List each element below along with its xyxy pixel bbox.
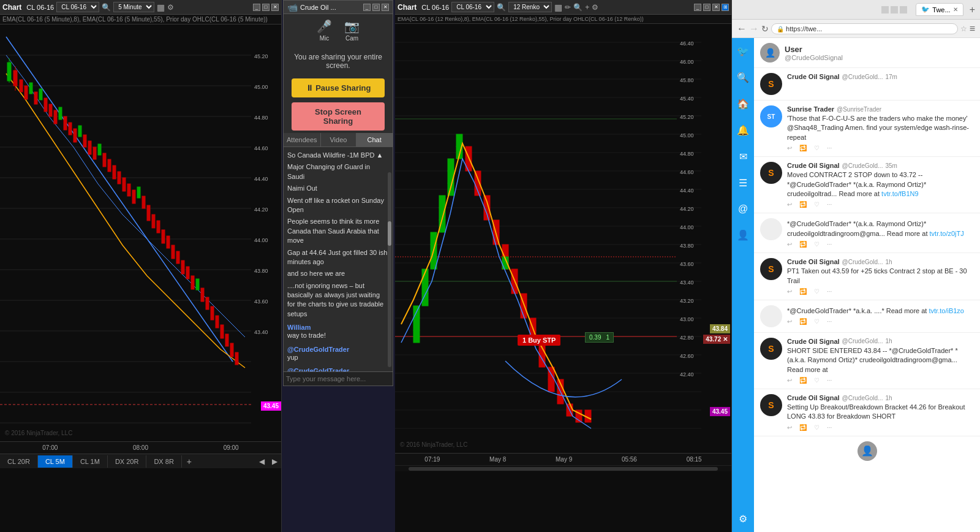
- tweet-6-more[interactable]: ···: [827, 318, 832, 325]
- tab-scroll-right[interactable]: ▶: [268, 455, 281, 468]
- right-chart-close-btn[interactable]: ✕: [712, 4, 720, 11]
- pause-sharing-btn[interactable]: ⏸ Pause Sharing: [292, 78, 384, 97]
- zoom-mic-btn[interactable]: 🎤 Mic: [317, 19, 332, 42]
- right-chart-minimize-btn[interactable]: _: [694, 4, 701, 11]
- left-chart-settings-icon[interactable]: ⚙: [167, 3, 174, 12]
- svg-text:45.80: 45.80: [680, 77, 694, 83]
- left-chart-instrument-dropdown[interactable]: CL 06-16: [56, 2, 99, 12]
- tweet-7-reply[interactable]: ↩: [787, 377, 792, 384]
- tab-cl-5m[interactable]: CL 5M: [38, 455, 73, 468]
- right-chart-plus-icon[interactable]: +: [585, 3, 589, 12]
- tweet-3-like[interactable]: ♡: [814, 201, 820, 208]
- zoom-cam-btn[interactable]: 📷 Cam: [344, 19, 360, 42]
- tweet-3-more[interactable]: ···: [827, 201, 832, 208]
- right-chart-bar-icon[interactable]: ▦: [554, 2, 562, 12]
- tweet-8-like[interactable]: ♡: [814, 424, 820, 431]
- chat-scroll-thumb[interactable]: [388, 221, 391, 246]
- tweet-5-like[interactable]: ♡: [814, 288, 820, 295]
- twitter-new-tab-btn[interactable]: +: [970, 4, 975, 15]
- tab-dx-8r[interactable]: DX 8R: [146, 455, 181, 468]
- zoom-tab-attendees[interactable]: Attendees: [284, 133, 321, 146]
- tweet-4-reply[interactable]: ↩: [787, 241, 792, 248]
- twitter-minimize-btn[interactable]: [881, 6, 889, 13]
- tab-dx-20r[interactable]: DX 20R: [108, 455, 147, 468]
- svg-text:44.20: 44.20: [680, 206, 694, 212]
- sidebar-search-icon[interactable]: 🔍: [734, 69, 752, 86]
- tweet-5-more[interactable]: ···: [827, 288, 832, 295]
- left-chart-close-btn[interactable]: ✕: [271, 4, 279, 11]
- tab-scroll-left[interactable]: ◀: [255, 455, 268, 468]
- tab-cl-20r[interactable]: CL 20R: [0, 455, 38, 468]
- twitter-tab-close-btn[interactable]: ✕: [953, 6, 958, 13]
- twitter-maximize-btn[interactable]: [891, 6, 898, 13]
- sidebar-bell-icon[interactable]: 🔔: [734, 122, 752, 139]
- sidebar-gear-icon[interactable]: ⚙: [736, 511, 750, 527]
- tweet-4-like[interactable]: ♡: [814, 241, 820, 248]
- zoom-restore-btn[interactable]: □: [372, 4, 380, 11]
- sidebar-mail-icon[interactable]: ✉: [737, 148, 750, 165]
- twitter-close-btn[interactable]: [900, 6, 907, 13]
- right-chart-pencil-icon[interactable]: ✏: [565, 3, 571, 12]
- tweet-6-retweet[interactable]: 🔁: [799, 318, 807, 325]
- tweet-3-retweet[interactable]: 🔁: [799, 201, 807, 208]
- tweet-4-link[interactable]: tvtr.to/z0jTJ: [930, 230, 964, 237]
- sidebar-home-icon[interactable]: 🏠: [734, 96, 752, 112]
- left-chart-bar-icon[interactable]: ▦: [157, 2, 165, 12]
- tweet-3-reply[interactable]: ↩: [787, 201, 792, 208]
- zoom-chat-input[interactable]: [286, 375, 390, 382]
- sidebar-at-icon[interactable]: @: [736, 201, 750, 217]
- tweet-2-like[interactable]: ♡: [814, 145, 820, 151]
- tweet-4-more[interactable]: ···: [827, 241, 832, 248]
- twitter-star-icon[interactable]: ☆: [960, 25, 967, 33]
- zoom-tab-video[interactable]: Video: [321, 133, 357, 146]
- twitter-forward-btn[interactable]: →: [749, 23, 759, 34]
- chat-msg-2: Major Changing of Guard in Saudi: [287, 162, 389, 181]
- left-chart-maximize-btn[interactable]: □: [262, 4, 270, 11]
- tweet-8-reply[interactable]: ↩: [787, 424, 792, 431]
- sidebar-person-icon[interactable]: 👤: [734, 227, 752, 243]
- right-chart-zoom-icon[interactable]: 🔍: [573, 3, 582, 12]
- tweet-6-reply[interactable]: ↩: [787, 318, 792, 325]
- tweet-8-retweet[interactable]: 🔁: [799, 424, 807, 431]
- twitter-browser-tab[interactable]: 🐦 Twe... ✕: [916, 3, 963, 16]
- sidebar-list-icon[interactable]: ☰: [736, 175, 750, 191]
- tweet-5-reply[interactable]: ↩: [787, 288, 792, 295]
- zoom-minimize-btn[interactable]: _: [363, 4, 371, 11]
- tab-cl-1m[interactable]: CL 1M: [73, 455, 108, 468]
- tweet-7-retweet[interactable]: 🔁: [799, 377, 807, 384]
- right-chart-maximize-btn[interactable]: □: [703, 4, 710, 11]
- tweet-6-link[interactable]: tvtr.to/iB1zo: [929, 307, 963, 314]
- tab-add-btn[interactable]: +: [182, 454, 197, 469]
- left-chart-search-icon[interactable]: 🔍: [102, 3, 111, 12]
- tweet-8-more[interactable]: ···: [827, 424, 832, 431]
- zoom-tab-chat[interactable]: Chat: [356, 133, 393, 146]
- tweet-7-like[interactable]: ♡: [814, 377, 820, 384]
- left-chart-timeframe-dropdown[interactable]: 5 Minute: [113, 2, 154, 12]
- right-chart-scroll-thumb[interactable]: [409, 467, 718, 471]
- tweet-2-retweet[interactable]: 🔁: [799, 145, 807, 151]
- right-chart-scrollbar[interactable]: [395, 465, 731, 471]
- tweet-3-link[interactable]: tvtr.to/fB1N9: [881, 190, 919, 197]
- zoom-close-btn[interactable]: ✕: [382, 4, 389, 11]
- right-chart-timeframe-dropdown[interactable]: 12 Renko: [508, 2, 552, 12]
- twitter-icon[interactable]: 🐦: [734, 43, 752, 59]
- twitter-refresh-btn[interactable]: ↻: [761, 24, 769, 34]
- right-chart-search-icon[interactable]: 🔍: [497, 3, 506, 12]
- right-chart-body: 46.40 46.00 45.80 45.40 45.20 45.00 44.8…: [395, 24, 731, 453]
- tweet-5-retweet[interactable]: 🔁: [799, 288, 807, 295]
- tweet-6-like[interactable]: ♡: [814, 318, 820, 325]
- tweet-2-more[interactable]: ···: [827, 145, 832, 151]
- chat-scrollbar[interactable]: [388, 172, 391, 367]
- tweet-2-reply[interactable]: ↩: [787, 145, 792, 151]
- right-chart-settings-icon[interactable]: ⚙: [592, 3, 598, 12]
- twitter-url-input[interactable]: 🔒 https://twe...: [771, 23, 958, 34]
- tweet-7-more[interactable]: ···: [827, 377, 832, 384]
- stop-sharing-btn[interactable]: Stop Screen Sharing: [292, 102, 384, 131]
- left-chart-minimize-btn[interactable]: _: [253, 4, 260, 11]
- right-chart-ema-label: EMA(CL 06-16 (12 Renko),8), EMA(CL 06-16…: [395, 15, 731, 24]
- right-chart-instrument-dropdown[interactable]: CL 06-16: [451, 2, 494, 12]
- twitter-back-btn[interactable]: ←: [737, 23, 747, 34]
- tweet-4-retweet[interactable]: 🔁: [799, 241, 807, 248]
- twitter-menu-icon[interactable]: ≡: [970, 23, 975, 34]
- right-chart-extra-btn[interactable]: ⊞: [722, 4, 729, 11]
